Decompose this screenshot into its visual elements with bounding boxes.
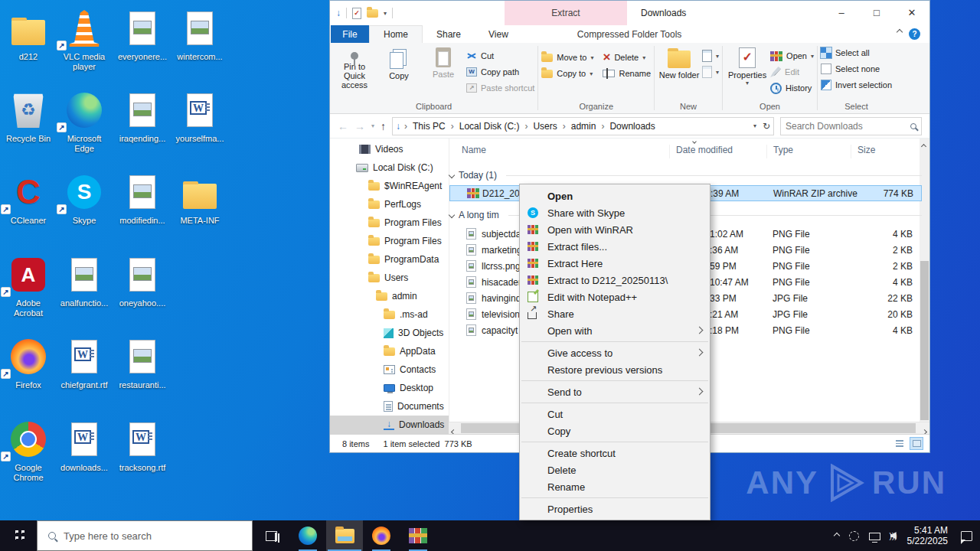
sidebar-item-3d-objects[interactable]: 3D Objects xyxy=(330,324,449,342)
sidebar-item-appdata[interactable]: AppData xyxy=(330,342,449,360)
taskbar-clock[interactable]: 5:41 AM 5/22/2025 xyxy=(907,525,948,546)
tab-view[interactable]: View xyxy=(475,25,522,43)
open-button[interactable]: Open ▾ xyxy=(770,49,814,63)
forward-button[interactable]: → xyxy=(354,120,365,132)
breadcrumb-local-disk[interactable]: Local Disk (C:) xyxy=(458,121,521,132)
desktop-icon[interactable]: Wchiefgrant.rtf xyxy=(57,334,112,390)
sidebar-item-programdata[interactable]: ProgramData xyxy=(330,250,449,269)
refresh-icon[interactable]: ↻ xyxy=(763,121,770,132)
desktop-icon[interactable]: META-INF xyxy=(172,170,227,226)
desktop-icon[interactable]: d212 xyxy=(1,6,56,62)
desktop-icon[interactable]: analfunctio... xyxy=(57,253,112,308)
desktop-icon[interactable]: everyonere... xyxy=(115,6,170,62)
rename-button[interactable]: Rename xyxy=(603,67,651,80)
task-view-button[interactable] xyxy=(253,520,289,551)
file-group-header[interactable]: Today (1) xyxy=(449,168,922,183)
menu-item-create-shortcut[interactable]: Create shortcut xyxy=(520,445,710,461)
breadcrumb-this-pc[interactable]: This PC xyxy=(411,121,447,132)
desktop-icon[interactable]: restauranti... xyxy=(115,334,170,390)
pin-to-quick-access-button[interactable]: Pin to Quick access xyxy=(333,44,376,90)
copy-button[interactable]: Copy xyxy=(377,44,420,80)
new-folder-button[interactable]: New folder xyxy=(658,44,701,80)
taskbar-app-firefox[interactable] xyxy=(363,520,400,551)
desktop-icon[interactable]: iraqending... xyxy=(115,88,170,144)
edit-button[interactable]: Edit xyxy=(770,65,814,79)
taskbar-app-explorer[interactable] xyxy=(326,520,363,551)
qat-customize-caret-icon[interactable]: ▾ xyxy=(384,10,387,17)
address-field[interactable]: ↓ › This PC › Local Disk (C:) › Users › … xyxy=(392,117,774,135)
copy-path-button[interactable]: W Copy path xyxy=(466,65,534,79)
menu-item-open[interactable]: Open xyxy=(520,187,710,204)
new-item-button[interactable]: ▾ xyxy=(702,49,719,63)
sidebar-item-admin[interactable]: admin xyxy=(330,287,449,305)
desktop-icon[interactable]: ↗Firefox xyxy=(1,334,56,390)
back-button[interactable]: ← xyxy=(338,120,348,132)
close-button[interactable]: ✕ xyxy=(894,1,929,24)
sidebar-item-program-files[interactable]: Program Files xyxy=(330,232,449,250)
menu-item-extract-files-[interactable]: Extract files... xyxy=(520,238,710,255)
desktop-icon[interactable]: oneyahoo.... xyxy=(115,253,170,308)
network-icon[interactable] xyxy=(869,533,880,540)
minimize-button[interactable]: – xyxy=(824,1,859,24)
tab-compressed-folder-tools[interactable]: Compressed Folder Tools xyxy=(567,25,693,43)
taskbar-app-winrar[interactable] xyxy=(400,520,436,551)
menu-item-cut[interactable]: Cut xyxy=(520,406,710,422)
desktop-icon[interactable]: modifiedin... xyxy=(115,170,170,226)
menu-item-properties[interactable]: Properties xyxy=(520,500,710,517)
help-icon[interactable]: ? xyxy=(909,28,920,40)
menu-item-rename[interactable]: Rename xyxy=(520,478,710,495)
column-date-modified[interactable]: Date modified xyxy=(669,145,733,158)
menu-item-copy[interactable]: Copy xyxy=(520,422,710,439)
hidden-icons-chevron-icon[interactable] xyxy=(833,533,839,539)
start-button[interactable] xyxy=(0,520,37,551)
sidebar-item-documents[interactable]: Documents xyxy=(330,397,449,416)
properties-button[interactable]: ✓ Properties ▾ xyxy=(726,44,769,86)
sidebar-item--ms-ad[interactable]: .ms-ad xyxy=(330,305,449,324)
volume-icon[interactable]: ))) xyxy=(890,532,897,540)
sidebar-item-downloads[interactable]: ↓Downloads xyxy=(330,416,449,434)
sidebar-item-users[interactable]: Users xyxy=(330,269,449,287)
search-icon[interactable] xyxy=(910,123,916,129)
menu-item-extract-here[interactable]: Extract Here xyxy=(520,255,710,272)
menu-item-restore-previous-versions[interactable]: Restore previous versions xyxy=(520,361,710,378)
thumbnail-view-button[interactable] xyxy=(910,437,923,450)
copy-to-button[interactable]: Copy to ▾ xyxy=(541,67,593,80)
menu-item-open-with-winrar[interactable]: Open with WinRAR xyxy=(520,221,710,238)
breadcrumb-downloads[interactable]: Downloads xyxy=(608,121,656,132)
qat-properties-icon[interactable]: ✓ xyxy=(352,8,361,19)
taskbar-app-edge[interactable] xyxy=(289,520,326,551)
maximize-button[interactable]: □ xyxy=(859,1,894,24)
desktop-icon[interactable]: ↗VLC media player xyxy=(57,6,112,72)
desktop-icon[interactable]: ↗Google Chrome xyxy=(1,417,56,483)
breadcrumb-admin[interactable]: admin xyxy=(570,121,598,132)
tab-share[interactable]: Share xyxy=(423,25,475,43)
menu-item-send-to[interactable]: Send to xyxy=(520,383,710,400)
tab-file[interactable]: File xyxy=(331,25,369,43)
sidebar-item-contacts[interactable]: Contacts xyxy=(330,360,449,379)
sidebar-item-videos[interactable]: Videos xyxy=(330,140,449,158)
column-name[interactable]: Name xyxy=(456,145,486,158)
sidebar-item-desktop[interactable]: Desktop xyxy=(330,379,449,397)
desktop-icon[interactable]: wintercom... xyxy=(172,6,227,62)
history-button[interactable]: History xyxy=(770,81,814,95)
sidebar-item-local-disk-c-[interactable]: Local Disk (C:) xyxy=(330,158,449,177)
menu-item-open-with[interactable]: Open with xyxy=(520,322,710,339)
menu-item-share[interactable]: Share xyxy=(520,305,710,322)
menu-item-delete[interactable]: Delete xyxy=(520,461,710,478)
sidebar-item-program-files[interactable]: Program Files xyxy=(330,214,449,232)
menu-item-share-with-skype[interactable]: SShare with Skype xyxy=(520,204,710,221)
menu-item-give-access-to[interactable]: Give access to xyxy=(520,344,710,361)
easy-access-button[interactable]: ▾ xyxy=(702,65,719,79)
recent-locations-caret-icon[interactable]: ▾ xyxy=(371,122,374,129)
cut-button[interactable]: Cut xyxy=(466,49,534,63)
menu-item-edit-with-notepad-[interactable]: Edit with Notepad++ xyxy=(520,289,710,305)
desktop-icon[interactable]: Wyourselfma... xyxy=(172,88,227,144)
paste-shortcut-button[interactable]: ↗ Paste shortcut xyxy=(466,81,534,95)
tray-status-icon[interactable] xyxy=(849,531,859,541)
menu-item-extract-to-d212-20250113-[interactable]: Extract to D212_20250113\ xyxy=(520,272,710,289)
breadcrumb-users[interactable]: Users xyxy=(531,121,558,132)
desktop-icon[interactable]: ♻Recycle Bin xyxy=(1,88,56,144)
delete-button[interactable]: × Delete ▾ xyxy=(603,51,651,64)
select-none-button[interactable]: Select none xyxy=(821,62,892,76)
desktop-icon[interactable]: A↗Adobe Acrobat xyxy=(1,253,56,318)
